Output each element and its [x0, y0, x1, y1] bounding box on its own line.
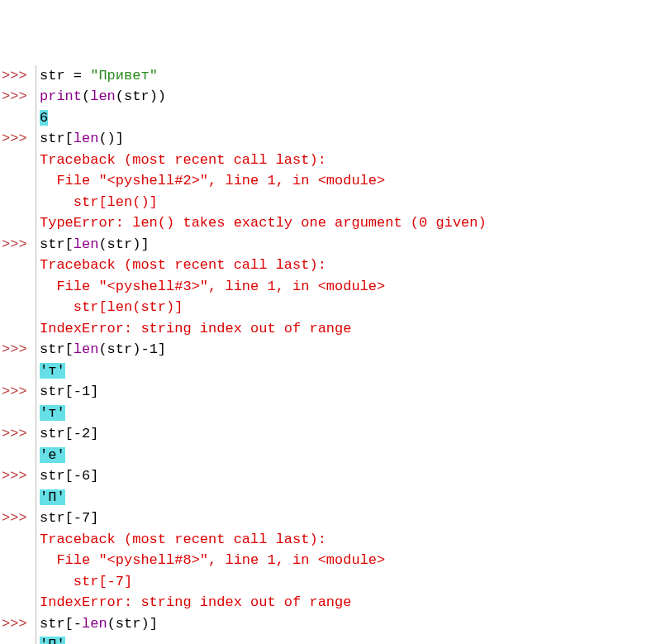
prompt	[0, 170, 36, 192]
token: 6	[40, 110, 48, 126]
token: str[-7]	[40, 574, 132, 589]
shell-line: Traceback (most recent call last):	[0, 529, 670, 551]
shell-line: >>>str[-7]	[0, 508, 670, 529]
prompt	[0, 212, 36, 234]
code: str[len(str)]	[36, 297, 670, 318]
token: str[	[40, 236, 74, 252]
token: (	[82, 88, 90, 104]
code: print(len(str))	[36, 86, 670, 107]
shell-line: 'П'	[0, 634, 670, 644]
token: str[len()]	[40, 194, 158, 210]
prompt	[0, 360, 36, 382]
prompt	[0, 150, 36, 171]
prompt: >>>	[0, 86, 36, 107]
code: str[len()]	[36, 128, 670, 150]
prompt	[0, 107, 36, 129]
prompt	[0, 192, 36, 213]
prompt	[0, 318, 36, 340]
code: str[-2]	[36, 423, 670, 445]
code: 6	[36, 107, 670, 129]
shell-line: >>>str[len(str)-1]	[0, 339, 670, 360]
prompt	[0, 403, 36, 424]
token: 1	[150, 341, 158, 357]
prompt	[0, 276, 36, 298]
prompt	[0, 297, 36, 318]
token: ]	[90, 468, 98, 484]
token: IndexError: string index out of range	[40, 321, 351, 336]
token: str[	[40, 341, 74, 357]
prompt	[0, 634, 36, 644]
shell-line: str[-7]	[0, 571, 670, 593]
shell-line: >>>str[-1]	[0, 381, 670, 403]
token: Traceback (most recent call last):	[40, 532, 326, 547]
token: len	[74, 236, 99, 252]
token: str[-	[40, 384, 82, 399]
token: (str)]	[107, 616, 158, 632]
token: (str)]	[98, 236, 149, 252]
shell-line: >>>str[-len(str)]	[0, 613, 670, 635]
token: str[	[40, 131, 74, 146]
token: "Привет"	[90, 68, 158, 83]
code: str = "Привет"	[36, 65, 670, 87]
code: File "<pyshell#8>", line 1, in <module>	[36, 550, 670, 571]
code: str[-6]	[36, 465, 670, 487]
code: Traceback (most recent call last):	[36, 150, 670, 171]
token: str	[40, 68, 74, 83]
shell-line: 'П'	[0, 487, 670, 508]
shell-line: 'е'	[0, 445, 670, 466]
code: Traceback (most recent call last):	[36, 255, 670, 276]
token: (str)-	[98, 341, 149, 357]
prompt: >>>	[0, 508, 36, 529]
token: print	[40, 88, 82, 104]
token: TypeError: len() takes exactly one argum…	[40, 215, 487, 231]
code: IndexError: string index out of range	[36, 318, 670, 340]
shell-line: >>>str[len()]	[0, 128, 670, 150]
prompt	[0, 445, 36, 466]
token: len	[74, 341, 99, 357]
token: ]	[90, 426, 98, 441]
token: str[len(str)]	[40, 299, 183, 315]
shell-line: 'т'	[0, 403, 670, 424]
token: IndexError: string index out of range	[40, 594, 351, 610]
token: 'е'	[40, 447, 65, 463]
code: str[-7]	[36, 571, 670, 593]
token: 2	[82, 426, 90, 441]
prompt: >>>	[0, 465, 36, 487]
token: len	[74, 131, 99, 146]
code: str[-len(str)]	[36, 613, 670, 635]
prompt	[0, 550, 36, 571]
token: 6	[82, 468, 90, 484]
prompt: >>>	[0, 423, 36, 445]
code: 'т'	[36, 360, 670, 382]
prompt: >>>	[0, 613, 36, 635]
idle-shell[interactable]: >>>str = "Привет">>>print(len(str))6>>>s…	[0, 65, 670, 645]
token: len	[90, 88, 116, 104]
code: str[len()]	[36, 192, 670, 213]
code: str[-1]	[36, 381, 670, 403]
prompt	[0, 592, 36, 613]
prompt	[0, 529, 36, 551]
token: 7	[82, 510, 90, 526]
token: len	[82, 616, 107, 632]
prompt	[0, 571, 36, 593]
shell-line: 6	[0, 107, 670, 129]
code: 'т'	[36, 403, 670, 424]
token: str[-	[40, 468, 82, 484]
token: (str))	[116, 88, 166, 104]
token: File "<pyshell#3>", line 1, in <module>	[40, 279, 385, 294]
prompt: >>>	[0, 234, 36, 255]
prompt: >>>	[0, 65, 36, 87]
prompt	[0, 255, 36, 276]
token: Traceback (most recent call last):	[40, 152, 326, 168]
prompt: >>>	[0, 128, 36, 150]
shell-line: Traceback (most recent call last):	[0, 255, 670, 276]
code: IndexError: string index out of range	[36, 592, 670, 613]
token: ]	[90, 510, 98, 526]
code: 'е'	[36, 445, 670, 466]
shell-line: >>>str[-6]	[0, 465, 670, 487]
code: TypeError: len() takes exactly one argum…	[36, 212, 670, 234]
token: =	[74, 68, 90, 83]
code: 'П'	[36, 634, 670, 644]
code: str[len(str)]	[36, 234, 670, 255]
prompt: >>>	[0, 339, 36, 360]
